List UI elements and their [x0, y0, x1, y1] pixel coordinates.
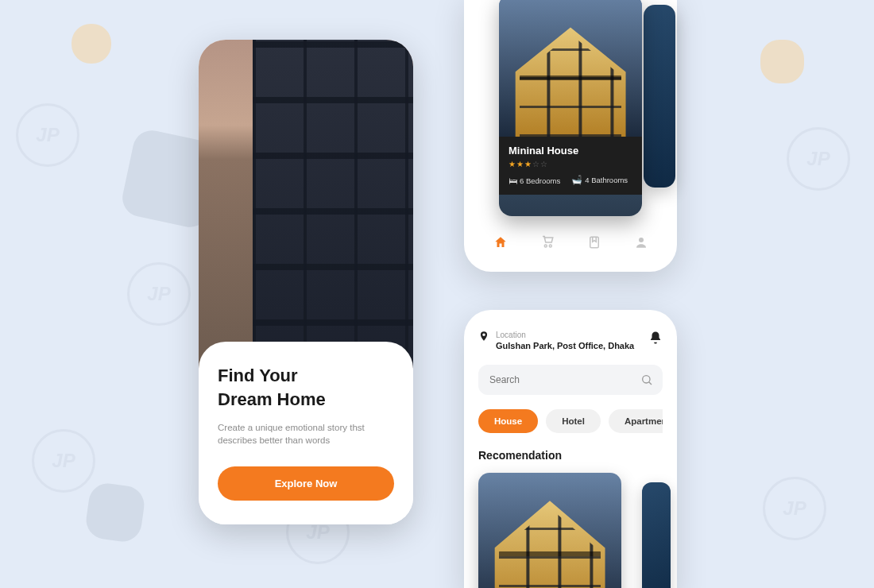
property-meta: Mininal House ★★★☆☆ 🛏6 Bedrooms 🛁4 Bathr…	[499, 137, 642, 195]
property-title: Mininal House	[509, 145, 632, 157]
recommendation-card-peek[interactable]	[642, 482, 671, 588]
chip-house[interactable]: House	[478, 409, 538, 433]
profile-icon	[634, 235, 648, 250]
star-icon: ★	[509, 160, 516, 168]
recommendation-card[interactable]	[478, 473, 621, 588]
property-card-peek[interactable]	[644, 5, 675, 188]
bathrooms-text: 4 Bathrooms	[585, 176, 628, 184]
svg-point-1	[639, 238, 644, 242]
bg-blob	[72, 24, 111, 64]
chip-apartment[interactable]: Apartment	[609, 409, 663, 433]
search-row	[478, 365, 663, 395]
property-card[interactable]: Mininal House ★★★☆☆ 🛏6 Bedrooms 🛁4 Bathr…	[499, 0, 642, 216]
star-icon: ☆	[532, 160, 540, 168]
location-value: Gulshan Park, Post Office, Dhaka	[496, 341, 634, 350]
bg-blob	[83, 481, 146, 544]
recommendation-title: Recomendation	[478, 449, 663, 462]
bed-icon: 🛏	[509, 176, 517, 185]
bookmark-icon	[587, 235, 601, 250]
home-icon	[493, 235, 508, 250]
bath-icon: 🛁	[571, 175, 582, 184]
nav-profile[interactable]	[629, 230, 653, 254]
rating-stars: ★★★☆☆	[509, 160, 632, 168]
onboarding-subtitle: Create a unique emotional story thst des…	[218, 421, 377, 447]
explore-button[interactable]: Explore Now	[218, 466, 394, 501]
property-image	[499, 0, 642, 137]
bottom-nav	[477, 230, 664, 254]
star-icon: ☆	[540, 160, 548, 168]
home-phone: Location Gulshan Park, Post Office, Dhak…	[464, 310, 677, 588]
onboarding-title: Find Your Dream Home	[218, 364, 394, 411]
chip-hotel[interactable]: Hotel	[546, 409, 601, 433]
svg-point-2	[643, 376, 650, 383]
search-input[interactable]	[478, 365, 663, 395]
nav-cart[interactable]	[536, 230, 559, 254]
cart-icon	[540, 235, 555, 250]
location-label: Location	[496, 331, 634, 339]
bathrooms-feature: 🛁4 Bathrooms	[571, 175, 628, 185]
bell-icon[interactable]	[648, 331, 663, 345]
star-icon: ★	[516, 160, 524, 168]
nav-bookmark[interactable]	[582, 230, 606, 254]
pin-icon	[478, 331, 489, 342]
svg-rect-0	[590, 237, 598, 248]
star-icon: ★	[524, 160, 532, 168]
nav-home[interactable]	[489, 230, 512, 254]
bg-blob	[760, 40, 804, 83]
category-chips: House Hotel Apartment	[478, 409, 663, 433]
property-card-stack: Mininal House ★★★☆☆ 🛏6 Bedrooms 🛁4 Bathr…	[477, 0, 664, 216]
onboarding-title-line: Find Your	[218, 366, 298, 385]
location-block[interactable]: Location Gulshan Park, Post Office, Dhak…	[478, 331, 634, 350]
bedrooms-text: 6 Bedrooms	[520, 176, 560, 185]
bedrooms-feature: 🛏6 Bedrooms	[509, 176, 560, 185]
hero-image	[199, 40, 413, 381]
recommendation-stack	[478, 473, 663, 588]
onboarding-phone: Find Your Dream Home Create a unique emo…	[199, 40, 413, 524]
onboarding-title-line: Dream Home	[218, 389, 326, 409]
onboarding-sheet: Find Your Dream Home Create a unique emo…	[199, 342, 413, 524]
detail-phone: Mininal House ★★★☆☆ 🛏6 Bedrooms 🛁4 Bathr…	[464, 0, 677, 272]
search-icon	[640, 373, 653, 386]
